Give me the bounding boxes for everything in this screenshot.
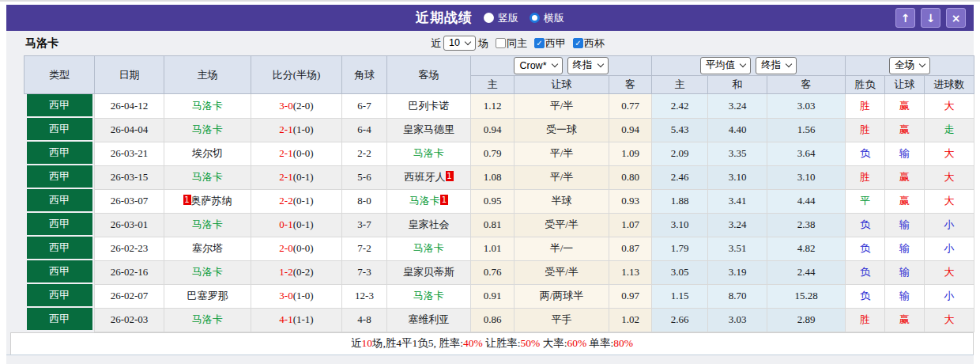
result-handicap: 输 <box>885 142 925 165</box>
home-odds: 0.79 <box>471 142 514 165</box>
home-team-name: 巴塞罗那 <box>187 290 228 301</box>
halftime-score: (0-1) <box>293 218 314 230</box>
corner-score: 6-7 <box>342 94 387 119</box>
league-badge: 西甲 <box>27 94 93 116</box>
away-odds: 1.09 <box>609 142 652 165</box>
corner-score: 7-2 <box>342 237 387 260</box>
avg-draw-odds: 4.40 <box>708 118 767 142</box>
home-team-name: 马洛卡 <box>192 266 223 278</box>
fulltime-score: 2-1 <box>279 171 292 183</box>
league-badge: 西甲 <box>27 308 93 330</box>
corner-score: 4-8 <box>342 308 387 332</box>
result-goals: 大 <box>925 94 974 119</box>
home-team-name: 塞尔塔 <box>192 242 223 254</box>
avg-away-odds: 15.28 <box>767 284 846 308</box>
away-team-name: 巴列卡诺 <box>409 100 450 112</box>
away-team: 西班牙人1 <box>387 165 471 189</box>
cup-checkbox[interactable]: ✓ 西杯 <box>573 36 605 51</box>
home-team-name: 埃尔切 <box>192 147 223 159</box>
recent-count-select[interactable]: 10 <box>443 36 476 51</box>
halftime-score: (1-1) <box>293 313 314 325</box>
home-team: 塞尔塔 <box>164 237 251 260</box>
radio-checked-icon <box>530 13 540 23</box>
away-odds: 1.02 <box>609 308 652 332</box>
league-cell: 西甲 <box>24 308 95 332</box>
league-checkbox[interactable]: ✓ 西甲 <box>534 36 566 51</box>
result-goals: 大 <box>925 260 974 284</box>
home-odds: 1.01 <box>471 237 514 260</box>
bookmaker-select[interactable]: Crow* <box>514 57 562 74</box>
home-odds: 0.81 <box>471 213 514 237</box>
score-cell: 4-1(1-1) <box>251 308 342 332</box>
odds-stage-select-2[interactable]: 终指 <box>756 57 797 74</box>
avg-away-odds: 4.44 <box>767 189 846 213</box>
same-home-checkbox[interactable]: 同主 <box>496 36 527 51</box>
chevron-down-icon <box>740 61 746 67</box>
close-button[interactable]: × <box>946 8 966 28</box>
halftime-score: (0-0) <box>293 242 314 254</box>
layout-radio-vertical[interactable]: 竖版 <box>484 11 518 25</box>
away-team: 塞维利亚 <box>387 308 471 332</box>
widget-title: 近期战绩 <box>416 9 473 27</box>
score-cell: 1-2(0-2) <box>251 260 342 284</box>
home-odds: 1.12 <box>471 94 514 119</box>
select-value: 全场 <box>895 59 914 72</box>
result-handicap: 赢 <box>885 165 925 189</box>
result-goals: 大 <box>925 165 974 189</box>
avg-home-odds: 1.15 <box>652 284 708 308</box>
radio-label-horizontal: 横版 <box>544 11 564 25</box>
league-cell: 西甲 <box>24 94 95 119</box>
league-badge: 西甲 <box>27 165 93 188</box>
score-cell: 3-0(2-0) <box>251 94 342 119</box>
chevron-down-icon <box>551 61 557 67</box>
summary-part: 40% <box>463 337 483 349</box>
home-team-name: 马洛卡 <box>192 171 223 183</box>
result-handicap: 输 <box>885 237 925 260</box>
avg-away-odds: 3.10 <box>767 165 846 189</box>
fulltime-score: 2-1 <box>279 123 292 135</box>
average-select[interactable]: 平均值 <box>700 57 752 74</box>
fulltime-score: 3-0 <box>279 100 292 112</box>
result-wdl: 胜 <box>846 94 885 119</box>
move-down-button[interactable]: ↓ <box>921 8 940 28</box>
away-team: 马洛卡1 <box>387 189 471 213</box>
layout-radio-horizontal[interactable]: 横版 <box>530 11 564 25</box>
match-date: 26-04-12 <box>95 94 164 119</box>
sub-header-avg-away: 客 <box>767 76 846 94</box>
result-wdl: 平 <box>846 189 885 213</box>
score-cell: 2-0(0-0) <box>251 237 342 260</box>
move-up-button[interactable]: ↑ <box>895 8 915 28</box>
away-team: 巴列卡诺 <box>387 94 471 119</box>
league-cell: 西甲 <box>24 165 95 189</box>
result-wdl: 胜 <box>846 308 885 332</box>
odds-stage-select-1[interactable]: 终指 <box>567 57 609 74</box>
fulltime-select[interactable]: 全场 <box>889 57 930 74</box>
away-odds: 1.07 <box>609 213 652 237</box>
table-row: 西甲 26-03-07 1奥萨苏纳 2-2(0-1) 8-0 马洛卡1 0.95… <box>24 189 974 213</box>
select-value: Crow* <box>519 60 546 71</box>
score-cell: 0-1(0-1) <box>251 213 342 237</box>
halftime-score: (2-0) <box>293 100 314 112</box>
avg-draw-odds: 3.03 <box>708 308 767 332</box>
match-date: 26-03-07 <box>95 189 164 213</box>
avg-away-odds: 3.64 <box>767 142 846 165</box>
result-goals: 大 <box>925 142 974 165</box>
filters: 近 10 场 同主 ✓ 西甲 ✓ 西杯 <box>431 31 605 55</box>
result-handicap: 赢 <box>885 308 925 332</box>
handicap-line: 两/两球半 <box>514 284 609 308</box>
avg-home-odds: 1.79 <box>652 237 708 260</box>
avg-home-odds: 2.42 <box>652 94 708 119</box>
away-team-name: 马洛卡 <box>413 242 444 254</box>
checkbox-unchecked-icon <box>496 38 506 48</box>
summary-part: 让胜率: <box>483 337 521 349</box>
away-team: 皇家贝蒂斯 <box>387 260 471 284</box>
select-value: 平均值 <box>706 59 736 72</box>
table-row: 西甲 26-03-15 马洛卡 2-1(0-1) 5-6 西班牙人1 1.08 … <box>24 165 974 189</box>
result-wdl: 负 <box>846 213 885 237</box>
bookmaker-odds-group: Crow* 终指 <box>471 56 652 76</box>
corner-score: 5-6 <box>342 165 387 189</box>
avg-away-odds: 2.38 <box>767 213 846 237</box>
home-team: 马洛卡 <box>164 213 251 237</box>
match-date: 26-02-23 <box>95 237 164 260</box>
filterbar: 马洛卡 近 10 场 同主 ✓ 西甲 ✓ 西杯 <box>6 31 974 55</box>
